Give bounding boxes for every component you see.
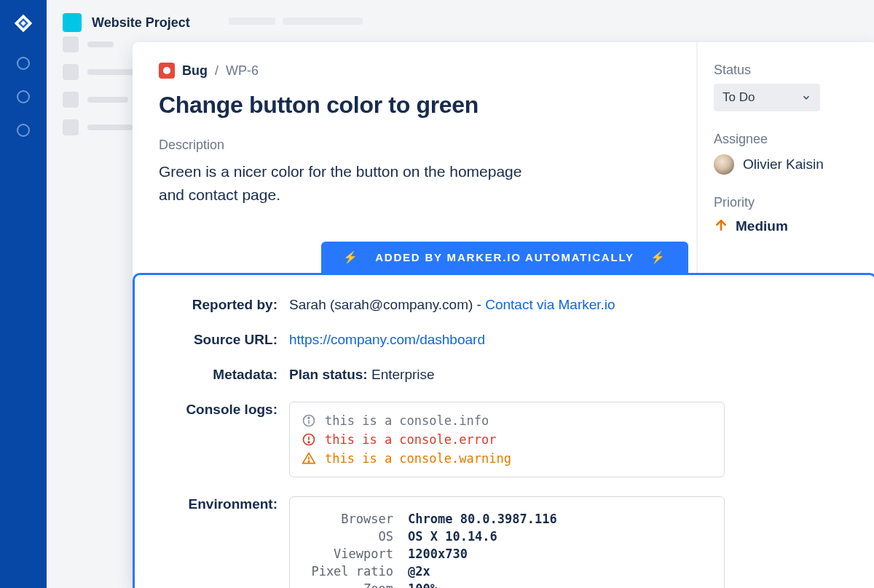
environment-row: Environment: BrowserChrome 80.0.3987.116… (165, 496, 844, 588)
console-logs-box: this is a console.info this is a console… (289, 402, 725, 477)
avatar (714, 154, 734, 175)
chevron-down-icon (801, 92, 811, 103)
console-info-line: this is a console.info (302, 411, 712, 430)
svg-point-8 (308, 461, 310, 462)
status-select[interactable]: To Do (714, 84, 820, 111)
metadata-value: Enterprise (371, 367, 435, 382)
issue-key[interactable]: WP-6 (226, 63, 259, 79)
source-url-label: Source URL: (165, 332, 289, 348)
nav-circle-icon[interactable] (17, 90, 30, 103)
error-icon (302, 432, 316, 447)
priority-label: Priority (714, 195, 861, 210)
metadata-row: Metadata: Plan status: Enterprise (165, 367, 844, 383)
status-value: To Do (723, 90, 755, 105)
reported-by-value: Sarah (sarah@company.com) - (289, 297, 485, 312)
warning-icon (302, 451, 316, 466)
assignee-label: Assignee (714, 132, 861, 147)
info-icon (302, 413, 316, 428)
priority-field[interactable]: Medium (714, 218, 861, 235)
priority-value: Medium (736, 218, 788, 234)
contact-marker-link[interactable]: Contact via Marker.io (485, 297, 615, 312)
reported-by-row: Reported by: Sarah (sarah@company.com) -… (165, 297, 844, 313)
jira-global-nav (0, 0, 47, 588)
source-url-link[interactable]: https://company.com/dashboard (289, 332, 485, 347)
environment-label: Environment: (165, 496, 289, 512)
description-label: Description (159, 138, 670, 153)
metadata-key: Plan status: (289, 367, 368, 382)
metadata-label: Metadata: (165, 367, 289, 383)
svg-point-3 (308, 417, 310, 418)
jira-logo-icon[interactable] (13, 13, 34, 36)
console-error-line: this is a console.error (302, 430, 712, 449)
reported-by-label: Reported by: (165, 297, 289, 313)
bolt-icon: ⚡ (650, 250, 666, 264)
assignee-name: Olivier Kaisin (743, 156, 824, 172)
marker-panel: Reported by: Sarah (sarah@company.com) -… (133, 273, 874, 588)
breadcrumb-separator: / (215, 63, 219, 79)
status-label: Status (714, 63, 861, 78)
breadcrumb: Bug / WP-6 (159, 63, 670, 79)
source-url-row: Source URL: https://company.com/dashboar… (165, 332, 844, 348)
marker-banner: ⚡ ADDED BY MARKER.IO AUTOMATICALLY ⚡ (321, 242, 688, 273)
bolt-icon: ⚡ (343, 250, 359, 264)
project-avatar (63, 13, 82, 32)
issue-title[interactable]: Change button color to green (159, 92, 670, 119)
console-warning-line: this is a console.warning (302, 449, 712, 468)
issue-type[interactable]: Bug (182, 63, 208, 79)
priority-medium-icon (714, 218, 728, 235)
project-name: Website Project (92, 15, 190, 31)
nav-circle-icon[interactable] (17, 57, 30, 70)
console-logs-label: Console logs: (165, 402, 289, 418)
description-body[interactable]: Green is a nicer color for the button on… (159, 160, 538, 206)
svg-point-6 (308, 442, 310, 443)
environment-box: BrowserChrome 80.0.3987.116 OSOS X 10.14… (289, 496, 725, 588)
banner-text: ADDED BY MARKER.IO AUTOMATICALLY (375, 251, 634, 263)
console-logs-row: Console logs: this is a console.info thi… (165, 402, 844, 477)
bug-icon (159, 63, 175, 79)
assignee-field[interactable]: Olivier Kaisin (714, 154, 861, 175)
nav-circle-icon[interactable] (17, 124, 30, 137)
marker-block: ⚡ ADDED BY MARKER.IO AUTOMATICALLY ⚡ Rep… (133, 242, 874, 588)
